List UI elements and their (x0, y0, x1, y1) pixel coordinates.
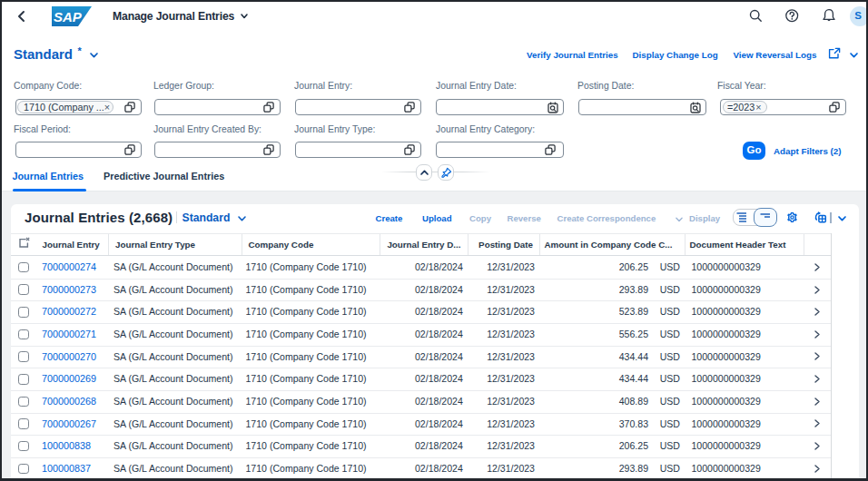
svg-text:SAP: SAP (54, 9, 83, 25)
